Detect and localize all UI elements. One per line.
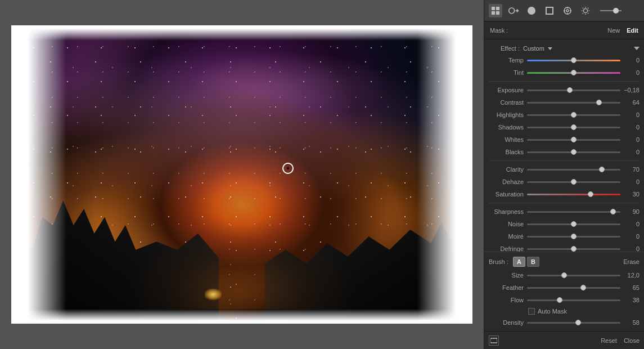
circle-arrow-tool-button[interactable] [507, 4, 520, 17]
effect-row: Effect : Custom [484, 43, 644, 54]
svg-point-4 [509, 8, 515, 14]
shadows-slider-container[interactable] [527, 123, 620, 131]
defringe-label: Defringe [489, 245, 524, 252]
divider-1 [489, 81, 640, 82]
reset-button[interactable]: Reset [601, 337, 617, 344]
panel-content[interactable]: Effect : Custom Temp 0 Tint [484, 39, 644, 252]
brush-b-button[interactable]: B [527, 257, 539, 267]
temp-thumb[interactable] [571, 57, 577, 63]
record-tool-button[interactable] [525, 4, 538, 17]
noise-thumb[interactable] [571, 221, 577, 227]
tint-slider-container[interactable] [527, 69, 620, 77]
svg-rect-6 [546, 7, 553, 14]
blacks-track [527, 151, 620, 153]
highlights-slider-row: Highlights 0 [484, 109, 644, 121]
feather-slider-container[interactable] [527, 284, 620, 292]
temp-track [527, 60, 620, 61]
blacks-slider-container[interactable] [527, 148, 620, 156]
curve-mask-left [11, 25, 66, 324]
highlights-thumb[interactable] [571, 112, 577, 118]
moire-slider-container[interactable] [527, 232, 620, 240]
exposure-thumb[interactable] [567, 87, 573, 93]
temp-slider-container[interactable] [527, 56, 620, 64]
size-thumb[interactable] [561, 272, 567, 278]
temp-label: Temp [489, 57, 524, 64]
mask-header: Mask : New Edit [484, 21, 644, 39]
tint-thumb[interactable] [571, 70, 577, 75]
mask-label: Mask : [490, 27, 508, 34]
density-slider-row: Density 58 [484, 316, 644, 329]
contrast-thumb[interactable] [596, 100, 602, 105]
density-slider-container[interactable] [527, 319, 620, 326]
close-button[interactable]: Close [624, 337, 640, 344]
shadows-slider-row: Shadows 0 [484, 121, 644, 133]
whites-track [527, 139, 620, 141]
blacks-thumb[interactable] [571, 149, 577, 155]
noise-value: 0 [623, 221, 640, 227]
effect-dropdown[interactable]: Custom [523, 45, 552, 52]
flow-thumb[interactable] [557, 297, 562, 303]
sharpness-thumb[interactable] [610, 209, 616, 214]
shadows-thumb[interactable] [571, 124, 577, 130]
whites-label: Whites [489, 136, 524, 143]
svg-line-20 [588, 7, 588, 8]
grid-tool-button[interactable] [489, 4, 502, 17]
clarity-slider-container[interactable] [527, 165, 620, 173]
exposure-slider-container[interactable] [527, 86, 620, 94]
flow-track [527, 299, 620, 301]
target-tool-button[interactable] [561, 4, 574, 17]
dehaze-thumb[interactable] [571, 179, 577, 185]
tint-value: 0 [623, 69, 640, 76]
contrast-slider-row: Contrast 64 [484, 96, 644, 109]
filmstrip-icon[interactable] [489, 335, 499, 346]
curve-mask-top [11, 25, 472, 41]
dehaze-slider-container[interactable] [527, 178, 620, 186]
density-track [527, 322, 620, 324]
feather-thumb[interactable] [580, 285, 586, 290]
saturation-label: Saturation [489, 191, 524, 198]
blacks-label: Blacks [489, 149, 524, 155]
highlights-track [527, 114, 620, 116]
panel-collapse-arrow[interactable] [634, 47, 640, 50]
defringe-thumb[interactable] [571, 246, 577, 252]
sharpness-track [527, 211, 620, 213]
contrast-slider-container[interactable] [527, 99, 620, 106]
noise-track [527, 223, 620, 225]
saturation-thumb[interactable] [588, 191, 593, 197]
feather-value: 65 [623, 284, 640, 291]
density-thumb[interactable] [575, 320, 581, 325]
shadows-track [527, 127, 620, 128]
exposure-slider-row: Exposure −0,18 [484, 84, 644, 96]
highlights-slider-container[interactable] [527, 111, 620, 119]
noise-label: Noise [489, 221, 524, 227]
clarity-thumb[interactable] [599, 167, 605, 172]
dehaze-value: 0 [623, 178, 640, 185]
sharpness-slider-container[interactable] [527, 208, 620, 216]
noise-slider-container[interactable] [527, 220, 620, 228]
auto-mask-label: Auto Mask [538, 308, 567, 315]
size-slider-container[interactable] [527, 271, 620, 279]
brightness-slider-icon [599, 6, 627, 15]
whites-slider-container[interactable] [527, 136, 620, 144]
saturation-slider-container[interactable] [527, 190, 620, 198]
highlights-value: 0 [623, 111, 640, 118]
edit-button[interactable]: Edit [627, 27, 638, 34]
valley-light [205, 289, 222, 300]
photo-container [11, 25, 472, 324]
moire-thumb[interactable] [571, 234, 577, 239]
defringe-slider-container[interactable] [527, 245, 620, 252]
whites-thumb[interactable] [571, 137, 577, 142]
brush-indicator [282, 163, 294, 174]
erase-button[interactable]: Erase [623, 258, 640, 265]
auto-mask-checkbox[interactable] [528, 308, 535, 315]
brush-a-button[interactable]: A [513, 257, 525, 267]
divider-2 [489, 160, 640, 161]
new-button[interactable]: New [607, 27, 620, 34]
moire-value: 0 [623, 233, 640, 240]
contrast-value: 64 [623, 99, 640, 106]
sharpness-value: 90 [623, 208, 640, 215]
sun-tool-button[interactable] [579, 4, 592, 17]
size-value: 12,0 [623, 272, 640, 279]
square-tool-button[interactable] [543, 4, 556, 17]
flow-slider-container[interactable] [527, 296, 620, 304]
